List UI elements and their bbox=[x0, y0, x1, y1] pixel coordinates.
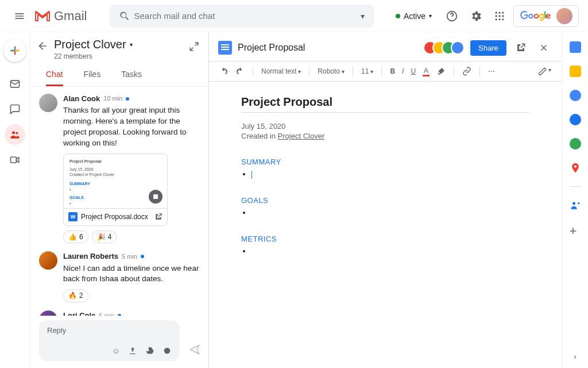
tasks-addon-icon[interactable] bbox=[570, 90, 581, 101]
edit-mode-icon[interactable]: ▾ bbox=[536, 64, 554, 78]
compose-button[interactable] bbox=[3, 39, 26, 62]
chat-nav-icon[interactable] bbox=[5, 99, 25, 120]
timestamp: 5 min bbox=[122, 252, 137, 261]
author-name: Lauren Roberts bbox=[63, 251, 118, 262]
redo-icon[interactable] bbox=[233, 64, 247, 78]
reply-placeholder: Reply bbox=[47, 326, 172, 335]
svg-point-11 bbox=[12, 131, 15, 134]
attachment-preview: Project Proposal July 15, 2020Created in… bbox=[64, 154, 167, 208]
font-dropdown[interactable]: Roboto▾ bbox=[315, 66, 347, 77]
message: Alan Cook 10 min Thanks for all your gre… bbox=[39, 94, 199, 243]
presence-dot-icon bbox=[396, 14, 400, 18]
style-dropdown[interactable]: Normal text▾ bbox=[259, 66, 303, 77]
maps-addon-icon[interactable] bbox=[570, 162, 581, 174]
back-arrow-icon[interactable] bbox=[37, 40, 48, 52]
room-members: 22 members bbox=[54, 52, 133, 60]
presence-label: Active bbox=[404, 12, 425, 21]
gmail-logo[interactable]: Gmail bbox=[34, 9, 87, 24]
avatar bbox=[39, 310, 57, 316]
search-input[interactable] bbox=[134, 11, 357, 21]
calendar-addon-icon[interactable] bbox=[570, 41, 581, 53]
bullet[interactable] bbox=[252, 170, 529, 179]
close-icon[interactable] bbox=[535, 39, 552, 56]
size-dropdown[interactable]: 11▾ bbox=[359, 66, 376, 77]
contacts-addon-icon[interactable] bbox=[570, 114, 581, 125]
doc-body[interactable]: Project Proposal July 15, 2020 Created i… bbox=[209, 82, 562, 368]
svg-point-12 bbox=[16, 132, 18, 134]
message: Lori Cole 5 min Thanks for kicking this … bbox=[39, 310, 199, 316]
doc-date: July 15, 2020 bbox=[241, 122, 529, 131]
attachment-name: Project Proposal.docx bbox=[81, 212, 148, 222]
mail-nav-icon[interactable] bbox=[5, 74, 25, 94]
section-summary: SUMMARY bbox=[241, 158, 529, 166]
collaborator-avatar bbox=[451, 41, 465, 55]
account-box[interactable] bbox=[513, 5, 579, 27]
tab-chat[interactable]: Chat bbox=[46, 70, 63, 86]
chevron-down-icon[interactable]: ▾ bbox=[130, 41, 133, 48]
meet-attach-icon[interactable] bbox=[163, 346, 172, 355]
reaction[interactable]: 🔥2 bbox=[63, 289, 88, 302]
reply-box[interactable]: Reply ☺ bbox=[39, 320, 180, 361]
apps-icon[interactable] bbox=[490, 7, 509, 25]
open-new-icon[interactable] bbox=[512, 39, 529, 56]
bold-icon[interactable]: B bbox=[388, 65, 397, 78]
svg-point-9 bbox=[502, 18, 504, 20]
message: Lauren Roberts 5 min Nice! I can add a t… bbox=[39, 251, 199, 302]
highlight-icon[interactable] bbox=[434, 64, 448, 78]
link-icon[interactable] bbox=[460, 64, 474, 78]
undo-icon[interactable] bbox=[217, 64, 231, 78]
rooms-nav-icon[interactable] bbox=[5, 124, 25, 145]
reaction[interactable]: 🎉4 bbox=[92, 231, 117, 244]
timestamp: 5 min bbox=[99, 312, 114, 316]
reaction[interactable]: 👍6 bbox=[63, 231, 88, 244]
svg-point-15 bbox=[164, 348, 171, 354]
divider bbox=[241, 112, 529, 113]
collapse-icon[interactable] bbox=[189, 41, 199, 52]
doc-title[interactable]: Project Proposal bbox=[238, 43, 305, 53]
text-color-icon[interactable]: A bbox=[420, 64, 432, 79]
author-name: Lori Cole bbox=[63, 310, 95, 316]
upload-icon[interactable] bbox=[128, 346, 137, 355]
more-icon[interactable]: ⋯ bbox=[486, 65, 497, 78]
search-box[interactable]: ▾ bbox=[110, 5, 374, 28]
svg-point-1 bbox=[496, 12, 497, 13]
bullet[interactable] bbox=[252, 247, 529, 256]
open-external-icon[interactable] bbox=[154, 213, 163, 221]
tab-files[interactable]: Files bbox=[84, 70, 101, 86]
search-options-icon[interactable]: ▾ bbox=[357, 8, 368, 24]
help-icon[interactable] bbox=[442, 6, 462, 26]
italic-icon[interactable]: I bbox=[400, 65, 406, 78]
tab-tasks[interactable]: Tasks bbox=[121, 70, 142, 86]
status-dot-icon bbox=[141, 255, 144, 258]
presence-chip[interactable]: Active ▾ bbox=[390, 9, 438, 23]
avatar bbox=[39, 94, 57, 112]
share-button[interactable]: Share bbox=[470, 40, 506, 56]
svg-point-17 bbox=[572, 202, 575, 205]
phone-addon-icon[interactable] bbox=[570, 138, 581, 150]
svg-point-7 bbox=[496, 18, 497, 20]
status-dot-icon bbox=[126, 97, 129, 101]
attachment-card[interactable]: Project Proposal July 15, 2020Created in… bbox=[63, 154, 168, 226]
search-icon[interactable] bbox=[115, 7, 134, 25]
author-name: Alan Cook bbox=[63, 94, 100, 104]
doc-toolbar: Normal text▾ Roboto▾ 11▾ B I U A ⋯ ▾ bbox=[209, 61, 562, 82]
keep-addon-icon[interactable] bbox=[570, 66, 581, 77]
product-name: Gmail bbox=[54, 9, 87, 24]
room-title[interactable]: Project Clover bbox=[54, 38, 126, 51]
meet-nav-icon[interactable] bbox=[5, 150, 25, 170]
send-icon[interactable] bbox=[189, 344, 200, 355]
collaborators[interactable] bbox=[428, 41, 465, 55]
drive-attach-icon[interactable] bbox=[145, 346, 154, 355]
svg-point-16 bbox=[574, 165, 576, 167]
settings-icon[interactable] bbox=[466, 6, 486, 26]
underline-icon[interactable]: U bbox=[408, 65, 418, 78]
people-addon-icon[interactable] bbox=[570, 200, 581, 211]
add-addon-icon[interactable]: + bbox=[570, 224, 581, 235]
user-avatar[interactable] bbox=[556, 8, 572, 24]
main-menu-icon[interactable] bbox=[9, 6, 30, 26]
bullet[interactable] bbox=[252, 208, 529, 217]
svg-point-4 bbox=[496, 15, 497, 17]
doc-origin-link[interactable]: Project Clover bbox=[278, 132, 325, 140]
collapse-side-panel-icon[interactable]: › bbox=[574, 352, 577, 361]
emoji-icon[interactable]: ☺ bbox=[112, 346, 120, 355]
